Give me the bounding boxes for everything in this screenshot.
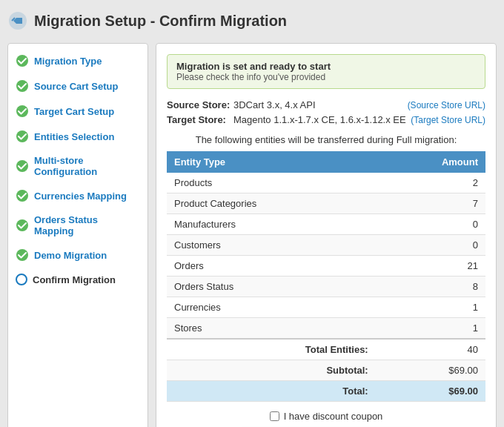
sidebar-label-entities-selection: Entities Selection xyxy=(34,131,114,142)
entity-name-cell: Customers xyxy=(167,235,376,256)
check-icon xyxy=(16,248,29,262)
discount-coupon-checkbox[interactable] xyxy=(270,411,279,421)
subtotal-label: Subtotal: xyxy=(167,360,376,381)
content-area: Migration Type Source Cart Setup Target … xyxy=(7,43,497,427)
table-row: Orders Status8 xyxy=(167,277,485,297)
check-icon xyxy=(16,79,29,93)
check-icon xyxy=(16,105,29,118)
entities-table: Entity Type Amount Products2Product Cate… xyxy=(167,151,485,402)
total-entities-value: 40 xyxy=(376,339,485,360)
sidebar-label-confirm-migration: Confirm Migration xyxy=(33,274,116,285)
col-header-amount: Amount xyxy=(376,151,485,173)
sidebar-item-migration-type[interactable]: Migration Type xyxy=(8,48,147,73)
grand-total-row: Total:$69.00 xyxy=(167,381,485,402)
target-store-url[interactable]: (Target Store URL) xyxy=(411,115,485,125)
sidebar-label-currencies-mapping: Currencies Mapping xyxy=(34,191,127,202)
entity-amount-cell: 2 xyxy=(376,173,485,193)
page-wrapper: Migration Setup - Confirm Migration Migr… xyxy=(0,0,504,427)
subtotal-value: $69.00 xyxy=(376,360,485,381)
subtotal-row: Subtotal:$69.00 xyxy=(167,360,485,381)
page-title: Migration Setup - Confirm Migration xyxy=(34,13,287,30)
check-icon xyxy=(16,130,29,143)
table-row: Orders21 xyxy=(167,256,485,277)
target-store-label: Target Store: xyxy=(167,114,233,125)
check-icon xyxy=(16,219,29,232)
check-icon xyxy=(16,54,29,67)
table-row: Products2 xyxy=(167,173,485,193)
sidebar-label-orders-status-mapping: Orders Status Mapping xyxy=(34,214,140,236)
entity-name-cell: Currencies xyxy=(167,297,376,318)
total-entities-label: Total Entities: xyxy=(167,339,376,360)
sidebar-item-source-cart-setup[interactable]: Source Cart Setup xyxy=(8,73,147,99)
entity-amount-cell: 0 xyxy=(376,235,485,256)
entity-name-cell: Orders Status xyxy=(167,277,376,297)
sidebar-item-demo-migration[interactable]: Demo Migration xyxy=(8,242,147,268)
source-store-value: 3DCart 3.x, 4.x API xyxy=(233,99,408,110)
entity-amount-cell: 1 xyxy=(376,318,485,340)
sidebar-label-demo-migration: Demo Migration xyxy=(34,250,107,261)
table-row: Stores1 xyxy=(167,318,485,340)
sidebar-item-currencies-mapping[interactable]: Currencies Mapping xyxy=(8,183,147,208)
grand-total-label: Total: xyxy=(167,381,376,402)
entity-amount-cell: 8 xyxy=(376,277,485,297)
entity-amount-cell: 1 xyxy=(376,297,485,318)
header-icon xyxy=(7,10,28,31)
sidebar-label-source-cart-setup: Source Cart Setup xyxy=(34,81,118,92)
sidebar-label-multistore-configuration: Multi-store Configuration xyxy=(34,155,140,177)
total-entities-row: Total Entities:40 xyxy=(167,339,485,360)
source-store-label: Source Store: xyxy=(167,99,233,110)
discount-label: I have discount coupon xyxy=(284,411,383,422)
table-row: Manufacturers0 xyxy=(167,214,485,235)
source-store-url[interactable]: (Source Store URL) xyxy=(408,100,485,110)
check-icon xyxy=(16,189,29,202)
sidebar-item-target-cart-setup[interactable]: Target Cart Setup xyxy=(8,99,147,124)
table-row: Product Categories7 xyxy=(167,193,485,214)
col-header-entity: Entity Type xyxy=(167,151,376,173)
sidebar-item-multistore-configuration[interactable]: Multi-store Configuration xyxy=(8,149,147,183)
page-header: Migration Setup - Confirm Migration xyxy=(7,7,497,34)
entity-name-cell: Manufacturers xyxy=(167,214,376,235)
table-row: Currencies1 xyxy=(167,297,485,318)
store-info: Source Store: 3DCart 3.x, 4.x API (Sourc… xyxy=(167,99,485,125)
sidebar-item-orders-status-mapping[interactable]: Orders Status Mapping xyxy=(8,208,147,242)
entity-name-cell: Orders xyxy=(167,256,376,277)
main-content-panel: Migration is set and ready to start Plea… xyxy=(156,43,497,427)
sidebar-label-migration-type: Migration Type xyxy=(34,56,102,67)
source-store-row: Source Store: 3DCart 3.x, 4.x API (Sourc… xyxy=(167,99,485,110)
target-store-row: Target Store: Magento 1.1.x-1.7.x CE, 1.… xyxy=(167,114,485,125)
sidebar-item-entities-selection[interactable]: Entities Selection xyxy=(8,124,147,149)
entity-amount-cell: 21 xyxy=(376,256,485,277)
check-icon xyxy=(16,159,29,173)
alert-title: Migration is set and ready to start xyxy=(176,61,476,72)
entity-amount-cell: 7 xyxy=(376,193,485,214)
entity-name-cell: Products xyxy=(167,173,376,193)
target-store-value: Magento 1.1.x-1.7.x CE, 1.6.x-1.12.x EE xyxy=(233,114,411,125)
entity-amount-cell: 0 xyxy=(376,214,485,235)
alert-box: Migration is set and ready to start Plea… xyxy=(167,54,485,89)
table-row: Customers0 xyxy=(167,235,485,256)
sidebar-label-target-cart-setup: Target Cart Setup xyxy=(34,106,114,117)
entities-title: The following entities will be transferr… xyxy=(167,134,485,145)
sidebar: Migration Type Source Cart Setup Target … xyxy=(7,43,148,427)
alert-subtitle: Please check the info you've provided xyxy=(176,72,476,82)
sidebar-item-confirm-migration[interactable]: Confirm Migration xyxy=(8,268,147,291)
entity-name-cell: Stores xyxy=(167,318,376,340)
grand-total-value: $69.00 xyxy=(376,381,485,402)
circle-active-icon xyxy=(16,274,27,285)
discount-row: I have discount coupon xyxy=(167,411,485,422)
entity-name-cell: Product Categories xyxy=(167,193,376,214)
